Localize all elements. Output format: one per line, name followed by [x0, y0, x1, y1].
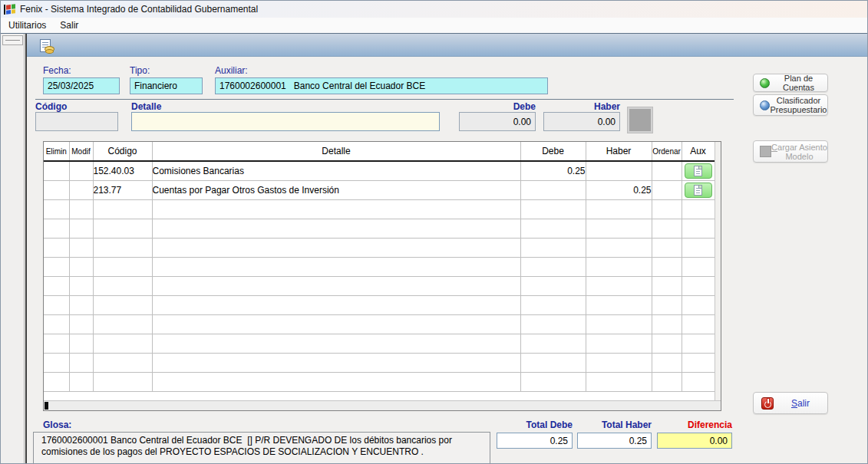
aux-button[interactable] [685, 163, 712, 179]
scrollbar-thumb[interactable] [45, 402, 48, 410]
fecha-label: Fecha: [43, 65, 71, 76]
table-row-empty [44, 200, 715, 219]
auxiliar-input[interactable] [215, 77, 548, 94]
total-haber-label: Total Haber [577, 420, 652, 430]
new-entry-button[interactable] [36, 36, 54, 54]
tipo-input[interactable] [130, 77, 203, 94]
form-separator [35, 99, 734, 100]
codigo-label: Código [35, 101, 67, 112]
haber-label: Haber [543, 101, 620, 112]
gray-square-icon [760, 146, 771, 157]
table-row-empty [44, 373, 715, 392]
cell-debe: 0.25 [520, 161, 586, 181]
window-title: Fenix - Sistema Integrado de Contabilida… [20, 4, 258, 15]
blue-sphere-icon [760, 100, 770, 110]
cargar-asiento-label: Cargar Asiento Modelo [771, 143, 827, 161]
table-right-filler [715, 142, 721, 400]
windows-logo-icon [3, 3, 15, 15]
diferencia-label: Diferencia [657, 420, 732, 430]
cell-elimin[interactable] [44, 161, 69, 181]
menubar: Utilitarios Salir [1, 18, 867, 33]
diferencia-input [657, 433, 732, 449]
detalle-input[interactable] [131, 112, 440, 131]
table-row[interactable]: 213.77 Cuentas por Pagar Otros Gastos de… [44, 181, 715, 200]
table-row-empty [44, 239, 715, 258]
total-haber-input [577, 433, 652, 449]
splitter-handle[interactable] [2, 35, 23, 45]
salir-label: Salir [774, 398, 827, 409]
salir-button[interactable]: Salir [753, 392, 828, 414]
table-header-row: Elimin Modif Código Detalle Debe Haber O… [44, 142, 715, 161]
auxiliar-label: Auxiliar: [215, 65, 248, 76]
document-icon [694, 185, 702, 196]
total-debe-input [497, 433, 573, 449]
cell-debe [520, 181, 586, 200]
total-debe-label: Total Debe [497, 420, 573, 430]
col-header-aux: Aux [682, 142, 715, 161]
tipo-label: Tipo: [130, 65, 150, 76]
cell-elimin[interactable] [44, 181, 69, 200]
document-coins-icon [40, 39, 51, 52]
cell-aux [682, 161, 715, 181]
col-header-ordenar: Ordenar [652, 142, 682, 161]
col-header-codigo: Código [93, 142, 152, 161]
cell-codigo: 213.77 [93, 181, 152, 200]
table-row-empty [44, 354, 715, 373]
table-row-empty [44, 296, 715, 315]
menu-item-utilitarios[interactable]: Utilitarios [2, 18, 53, 32]
entries-table: Elimin Modif Código Detalle Debe Haber O… [43, 141, 721, 411]
cell-haber: 0.25 [586, 181, 652, 200]
col-header-debe: Debe [520, 142, 586, 161]
menu-item-salir[interactable]: Salir [53, 18, 85, 32]
cell-detalle: Comisiones Bancarias [152, 161, 520, 181]
table-row[interactable]: 152.40.03 Comisiones Bancarias 0.25 [44, 161, 715, 181]
table-row-empty [44, 334, 715, 354]
plan-de-cuentas-button[interactable]: Plan de Cuentas [753, 74, 828, 92]
cell-ordenar[interactable] [652, 181, 682, 200]
add-entry-button[interactable] [628, 107, 652, 133]
cargar-asiento-modelo-button[interactable]: Cargar Asiento Modelo [753, 140, 828, 163]
fecha-input[interactable] [43, 77, 120, 94]
col-header-modif: Modif [69, 142, 93, 161]
glosa-textarea[interactable]: 1760002600001 Banco Central del Ecuador … [33, 432, 490, 464]
cell-detalle: Cuentas por Pagar Otros Gastos de Invers… [152, 181, 520, 200]
app-window: Fenix - Sistema Integrado de Contabilida… [0, 0, 868, 464]
plan-de-cuentas-label: Plan de Cuentas [770, 74, 827, 92]
clasificador-presupuestario-button[interactable]: Clasificador Presupuestario [753, 94, 828, 116]
cell-aux [682, 181, 715, 200]
panel-border [25, 34, 27, 463]
table-row-empty [44, 315, 715, 334]
table-row-empty [44, 219, 715, 239]
horizontal-scrollbar[interactable] [44, 400, 721, 410]
green-sphere-icon [760, 78, 770, 88]
cell-haber [586, 161, 652, 181]
col-header-haber: Haber [586, 142, 652, 161]
toolbar [27, 34, 867, 57]
cell-codigo: 152.40.03 [93, 161, 152, 181]
clasificador-label: Clasificador Presupuestario [770, 96, 827, 114]
table-row-empty [44, 277, 715, 296]
table-row-empty [44, 258, 715, 277]
cell-modif[interactable] [69, 181, 93, 200]
document-icon [694, 166, 702, 176]
power-icon [761, 397, 774, 410]
col-header-detalle: Detalle [152, 142, 520, 161]
col-header-elimin: Elimin [44, 142, 69, 161]
detalle-label: Detalle [131, 101, 161, 112]
cell-ordenar[interactable] [652, 161, 682, 181]
splitter-panel [1, 34, 25, 463]
codigo-input[interactable] [35, 112, 118, 131]
aux-button[interactable] [685, 183, 712, 198]
haber-input[interactable] [543, 112, 620, 131]
titlebar: Fenix - Sistema Integrado de Contabilida… [1, 1, 867, 18]
debe-input[interactable] [459, 112, 536, 131]
cell-modif[interactable] [69, 161, 93, 181]
debe-label: Debe [459, 101, 536, 112]
glosa-label: Glosa: [43, 420, 71, 430]
